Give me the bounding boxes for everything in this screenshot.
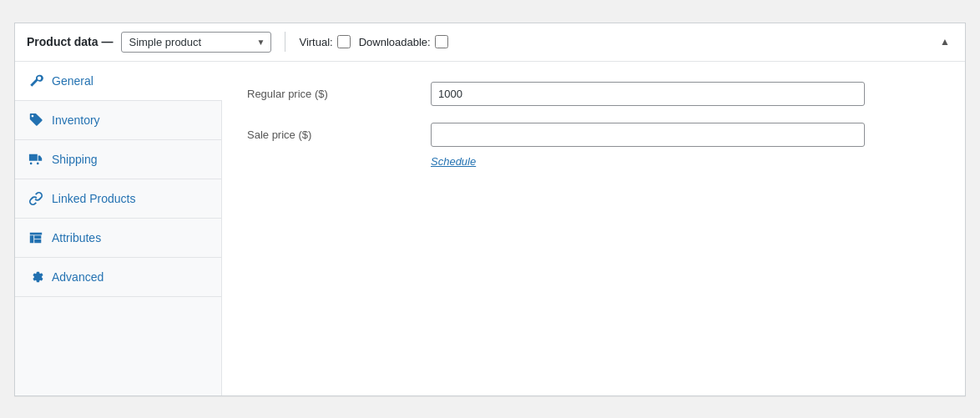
downloadable-checkbox[interactable] [435,35,448,48]
regular-price-label: Regular price ($) [247,88,414,100]
sidebar-item-shipping[interactable]: Shipping [15,140,221,179]
truck-icon [28,152,43,167]
sidebar-item-advanced[interactable]: Advanced [15,258,221,297]
sidebar-item-general[interactable]: General [15,62,221,101]
product-data-title: Product data — [27,35,113,48]
table-icon [28,230,43,245]
link-icon [28,191,43,206]
sidebar-attributes-label: Attributes [52,231,101,244]
sidebar-item-linked-products[interactable]: Linked Products [15,179,221,219]
product-data-header: Product data — Simple product Variable p… [15,23,965,62]
product-data-body: General Inventory Shipping [15,62,965,395]
sidebar: General Inventory Shipping [15,62,222,395]
gear-icon [28,269,43,285]
virtual-checkbox[interactable] [337,35,351,48]
downloadable-checkbox-label[interactable]: Downloadable: [359,35,448,48]
sidebar-inventory-label: Inventory [52,113,100,127]
schedule-link[interactable]: Schedule [431,155,940,168]
virtual-checkbox-label[interactable]: Virtual: [299,35,350,48]
tag-icon [28,113,43,128]
product-type-wrapper: Simple product Variable product Grouped … [121,32,271,53]
sidebar-advanced-label: Advanced [52,270,104,284]
sale-price-input[interactable] [431,123,865,147]
sale-price-label: Sale price ($) [247,128,414,141]
sidebar-general-label: General [52,74,93,88]
regular-price-row: Regular price ($) [247,82,940,106]
collapse-button[interactable]: ▲ [937,33,953,51]
wrench-icon [28,73,43,88]
sale-price-row: Sale price ($) [247,123,940,147]
product-data-box: Product data — Simple product Variable p… [14,23,966,396]
virtual-label: Virtual: [299,36,332,48]
regular-price-input[interactable] [431,82,865,106]
downloadable-label: Downloadable: [359,36,431,48]
sidebar-item-inventory[interactable]: Inventory [15,101,221,140]
product-type-select[interactable]: Simple product Variable product Grouped … [121,32,271,53]
header-divider [285,32,285,52]
content-area: Regular price ($) Sale price ($) Schedul… [222,62,965,395]
sidebar-item-attributes[interactable]: Attributes [15,219,221,258]
sidebar-shipping-label: Shipping [52,153,98,166]
sidebar-linked-products-label: Linked Products [52,192,135,205]
